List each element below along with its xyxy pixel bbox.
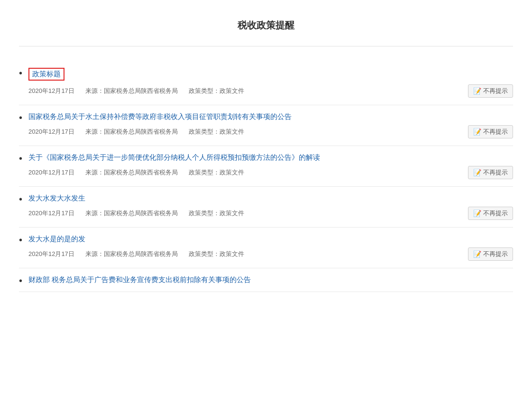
list-item: 发大水发大水发生2020年12月17日 来源：国家税务总局陕西省税务局 政策类型… [19,187,513,228]
policy-date: 2020年12月17日 [28,128,74,136]
no-remind-button[interactable]: 📝不再提示 [468,125,513,138]
policy-title-link[interactable]: 国家税务总局关于水土保持补偿费等政府非税收入项目征管职责划转有关事项的公告 [28,112,292,121]
policy-source: 来源：国家税务总局陕西省税务局 [82,168,178,177]
policy-source: 来源：国家税务总局陕西省税务局 [82,87,178,95]
policy-date: 2020年12月17日 [28,87,74,95]
no-remind-icon: 📝 [473,87,481,95]
no-remind-button[interactable]: 📝不再提示 [468,166,513,179]
policy-title-link[interactable]: 发大水发大水发生 [28,194,85,203]
no-remind-button[interactable]: 📝不再提示 [468,247,513,261]
policy-type: 政策类型：政策文件 [185,209,244,218]
policy-title-link[interactable]: 关于《国家税务总局关于进一步简便优化部分纳税人个人所得税预扣预缴方法的公告》的解… [28,153,320,162]
policy-source: 来源：国家税务总局陕西省税务局 [82,209,178,218]
policy-type: 政策类型：政策文件 [185,128,244,136]
list-item: 政策标题2020年12月17日 来源：国家税务总局陕西省税务局 政策类型：政策文… [19,61,513,105]
no-remind-label: 不再提示 [483,128,508,136]
no-remind-label: 不再提示 [483,168,508,177]
no-remind-icon: 📝 [473,210,481,217]
policy-date: 2020年12月17日 [28,209,74,218]
policy-meta: 2020年12月17日 来源：国家税务总局陕西省税务局 政策类型：政策文件 [28,250,244,258]
no-remind-label: 不再提示 [483,87,508,95]
policy-date: 2020年12月17日 [28,250,74,258]
policy-title-link[interactable]: 发大水是的是的发 [28,235,85,244]
policy-list: 政策标题2020年12月17日 来源：国家税务总局陕西省税务局 政策类型：政策文… [19,61,513,292]
policy-title-link[interactable]: 财政部 税务总局关于广告费和业务宣传费支出税前扣除有关事项的公告 [28,275,251,284]
no-remind-button[interactable]: 📝不再提示 [468,84,513,98]
policy-type: 政策类型：政策文件 [185,250,244,258]
policy-date: 2020年12月17日 [28,168,74,177]
page-container: 税收政策提醒 政策标题2020年12月17日 来源：国家税务总局陕西省税务局 政… [0,0,532,302]
no-remind-icon: 📝 [473,128,481,136]
no-remind-icon: 📝 [473,250,481,258]
no-remind-icon: 📝 [473,169,481,176]
page-title: 税收政策提醒 [19,9,513,46]
policy-meta: 2020年12月17日 来源：国家税务总局陕西省税务局 政策类型：政策文件 [28,209,244,218]
policy-title-link[interactable]: 政策标题 [28,68,64,81]
no-remind-label: 不再提示 [483,250,508,258]
list-item: 发大水是的是的发2020年12月17日 来源：国家税务总局陕西省税务局 政策类型… [19,228,513,268]
list-item: 财政部 税务总局关于广告费和业务宣传费支出税前扣除有关事项的公告 [19,268,513,292]
policy-meta: 2020年12月17日 来源：国家税务总局陕西省税务局 政策类型：政策文件 [28,128,244,136]
no-remind-label: 不再提示 [483,209,508,218]
policy-type: 政策类型：政策文件 [185,168,244,177]
policy-meta-row: 2020年12月17日 来源：国家税务总局陕西省税务局 政策类型：政策文件📝不再… [28,207,513,220]
list-item: 关于《国家税务总局关于进一步简便优化部分纳税人个人所得税预扣预缴方法的公告》的解… [19,146,513,187]
policy-type: 政策类型：政策文件 [185,87,244,95]
policy-meta-row: 2020年12月17日 来源：国家税务总局陕西省税务局 政策类型：政策文件📝不再… [28,84,513,98]
policy-meta-row: 2020年12月17日 来源：国家税务总局陕西省税务局 政策类型：政策文件📝不再… [28,125,513,138]
policy-source: 来源：国家税务总局陕西省税务局 [82,250,178,258]
policy-meta-row: 2020年12月17日 来源：国家税务总局陕西省税务局 政策类型：政策文件📝不再… [28,247,513,261]
policy-source: 来源：国家税务总局陕西省税务局 [82,128,178,136]
policy-meta: 2020年12月17日 来源：国家税务总局陕西省税务局 政策类型：政策文件 [28,168,244,177]
policy-meta: 2020年12月17日 来源：国家税务总局陕西省税务局 政策类型：政策文件 [28,87,244,95]
no-remind-button[interactable]: 📝不再提示 [468,207,513,220]
policy-meta-row: 2020年12月17日 来源：国家税务总局陕西省税务局 政策类型：政策文件📝不再… [28,166,513,179]
list-item: 国家税务总局关于水土保持补偿费等政府非税收入项目征管职责划转有关事项的公告202… [19,105,513,146]
